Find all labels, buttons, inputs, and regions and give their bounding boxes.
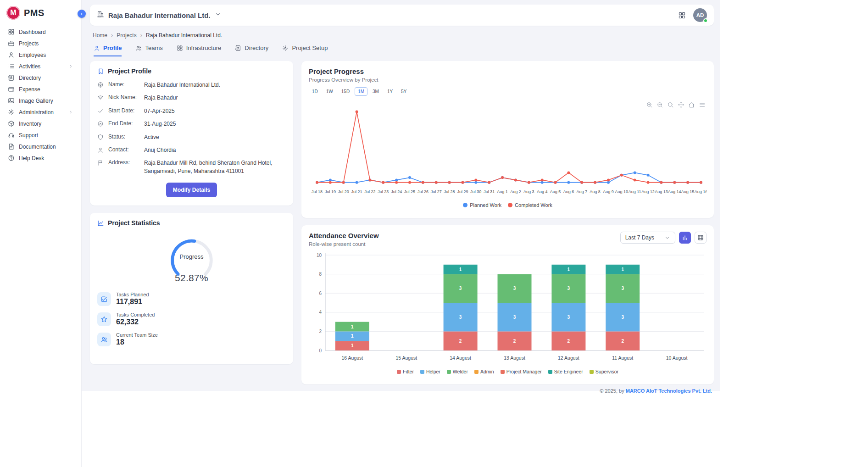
table-view-toggle[interactable] <box>695 232 707 244</box>
zoom-out-tool[interactable] <box>657 101 663 108</box>
field-label: Nick Name: <box>108 94 139 100</box>
legend-fitter[interactable]: Fitter <box>397 369 414 374</box>
profile-field-name: Name:Raja Bahadur International Ltd. <box>97 81 286 89</box>
sidebar-item-activities[interactable]: Activities <box>5 61 77 72</box>
sidebar-item-projects[interactable]: Projects <box>5 38 77 49</box>
sidebar-item-administration[interactable]: Administration <box>5 106 77 118</box>
sidebar-item-inventory[interactable]: Inventory <box>5 118 77 129</box>
pan-tool[interactable] <box>678 101 684 108</box>
legend-supervisor[interactable]: Supervisor <box>590 369 618 374</box>
sidebar-item-employees[interactable]: Employees <box>5 49 77 61</box>
directory-icon <box>8 74 15 81</box>
apps-grid-button[interactable] <box>678 11 686 19</box>
svg-text:Aug 14: Aug 14 <box>668 189 681 194</box>
box-zoom-tool[interactable] <box>667 101 674 108</box>
svg-text:1: 1 <box>351 343 354 348</box>
svg-text:2: 2 <box>319 329 322 334</box>
profile-fields: Name:Raja Bahadur International Ltd.Nick… <box>97 81 286 175</box>
breadcrumb-separator: › <box>140 32 142 39</box>
sidebar-item-support[interactable]: Support <box>5 129 77 141</box>
stat-tasks-completed: Tasks Completed62,332 <box>97 312 286 326</box>
sidebar-item-label: Projects <box>19 40 39 47</box>
sidebar: M PMS ‹ DashboardProjectsEmployeesActivi… <box>0 0 82 467</box>
legend-planned-work[interactable]: Planned Work <box>463 202 501 208</box>
chevron-right-icon <box>68 110 73 115</box>
project-progress-chart[interactable]: Jul 18Jul 19Jul 20Jul 21Jul 22Jul 23Jul … <box>309 101 707 199</box>
stat-value: 117,891 <box>116 298 149 306</box>
tab-infrastructure[interactable]: Infrastructure <box>177 44 222 56</box>
project-profile-title-row: Project Profile <box>97 67 286 75</box>
svg-text:Aug 7: Aug 7 <box>576 189 587 194</box>
tab-project-setup[interactable]: Project Setup <box>282 44 328 56</box>
range-3m-button[interactable]: 3M <box>369 87 382 96</box>
home-tool[interactable] <box>688 101 695 108</box>
svg-text:10: 10 <box>317 253 322 258</box>
range-1y-button[interactable]: 1Y <box>384 87 396 96</box>
period-value: Last 7 Days <box>625 234 654 241</box>
sidebar-item-image-gallery[interactable]: Image Gallery <box>5 95 77 106</box>
svg-text:1: 1 <box>568 267 570 272</box>
svg-text:8: 8 <box>319 272 322 277</box>
range-1d-button[interactable]: 1D <box>309 87 321 96</box>
sidebar-item-label: Dashboard <box>19 29 46 35</box>
svg-text:3: 3 <box>621 286 624 291</box>
tab-label: Teams <box>145 44 162 51</box>
field-label: End Date: <box>108 120 139 127</box>
sidebar-item-directory[interactable]: Directory <box>5 72 77 83</box>
legend-project-manager[interactable]: Project Manager <box>501 369 542 374</box>
company-selector[interactable]: Raja Bahadur International Ltd. <box>97 11 221 20</box>
legend-welder[interactable]: Welder <box>447 369 468 374</box>
svg-text:2: 2 <box>568 339 570 344</box>
svg-text:Aug 10: Aug 10 <box>615 189 629 194</box>
legend-admin[interactable]: Admin <box>474 369 494 374</box>
svg-text:14 August: 14 August <box>450 355 471 361</box>
footer-company-link[interactable]: MARCO AIoT Technologies Pvt. Ltd. <box>626 388 712 394</box>
sidebar-item-label: Administration <box>19 109 54 116</box>
tab-label: Project Setup <box>292 44 328 51</box>
breadcrumb-item-home[interactable]: Home <box>93 32 107 39</box>
field-label: Name: <box>108 81 139 88</box>
user-avatar[interactable]: AD <box>693 8 707 22</box>
tab-directory[interactable]: Directory <box>235 44 268 56</box>
breadcrumb-item-projects[interactable]: Projects <box>117 32 136 39</box>
home-icon <box>688 101 695 108</box>
building-icon <box>97 11 104 18</box>
table-icon <box>697 234 704 241</box>
sidebar-item-help-desk[interactable]: Help Desk <box>5 152 77 164</box>
attendance-chart[interactable]: 024681011116 August15 August233114 Augus… <box>309 250 707 365</box>
menu-tool[interactable] <box>699 101 706 108</box>
legend-site-engineer[interactable]: Site Engineer <box>548 369 583 374</box>
sidebar-item-dashboard[interactable]: Dashboard <box>5 26 77 38</box>
zoom-in-tool[interactable] <box>646 101 653 108</box>
svg-text:1: 1 <box>459 267 462 272</box>
range-5y-button[interactable]: 5Y <box>398 87 410 96</box>
range-1m-button[interactable]: 1M <box>355 87 367 96</box>
field-value: Raja Bahadur International Ltd. <box>144 81 220 89</box>
period-dropdown[interactable]: Last 7 Days <box>620 232 675 244</box>
sidebar-collapse-button[interactable]: ‹ <box>78 10 86 18</box>
sidebar-item-expense[interactable]: Expense <box>5 83 77 95</box>
range-15d-button[interactable]: 15D <box>338 87 353 96</box>
stat-label: Tasks Planned <box>116 292 149 297</box>
stat-value: 18 <box>116 338 158 346</box>
page-footer: © 2025, by MARCO AIoT Technologies Pvt. … <box>90 388 714 394</box>
tab-profile[interactable]: Profile <box>94 44 122 56</box>
chart-view-toggle[interactable] <box>679 232 691 244</box>
svg-text:3: 3 <box>513 315 516 320</box>
field-value: Anuj Chordia <box>144 146 176 154</box>
breadcrumb-item-raja-bahadur-international-ltd: Raja Bahadur International Ltd. <box>146 32 222 39</box>
tab-teams[interactable]: Teams <box>135 44 162 56</box>
menu-icon <box>699 101 706 108</box>
pan-icon <box>678 101 684 108</box>
stat-label: Current Team Size <box>116 332 158 338</box>
range-1w-button[interactable]: 1W <box>323 87 336 96</box>
svg-text:Jul 27: Jul 27 <box>431 189 442 194</box>
svg-text:Aug 15: Aug 15 <box>681 189 695 194</box>
legend-completed-work[interactable]: Completed Work <box>508 202 552 208</box>
stat-tasks-planned: Tasks Planned117,891 <box>97 292 286 306</box>
top-header-bar: Raja Bahadur International Ltd. AD <box>90 5 714 26</box>
legend-helper[interactable]: Helper <box>420 369 440 374</box>
sidebar-item-documentation[interactable]: Documentation <box>5 141 77 152</box>
modify-details-button[interactable]: Modify Details <box>166 183 217 197</box>
start-date-field-icon <box>97 108 104 114</box>
